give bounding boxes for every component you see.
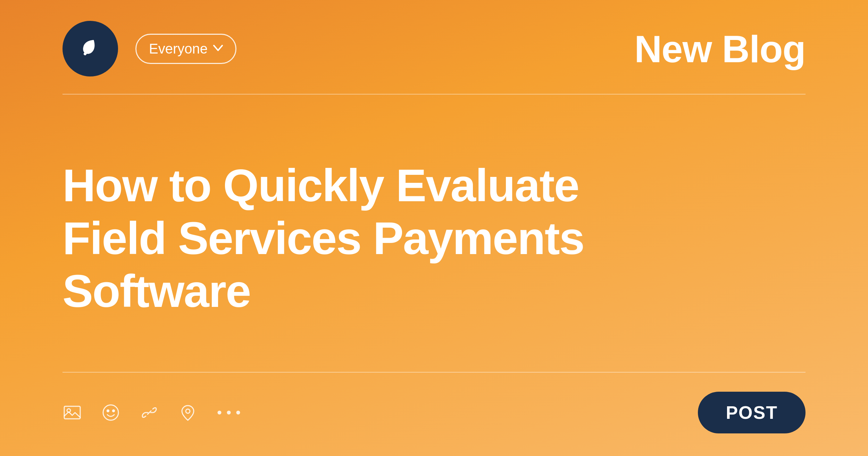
more-icon[interactable] bbox=[217, 409, 241, 416]
post-button[interactable]: POST bbox=[698, 392, 806, 433]
footer-toolbar: POST bbox=[0, 373, 868, 456]
svg-rect-0 bbox=[64, 406, 80, 419]
chevron-down-icon bbox=[213, 44, 223, 54]
location-icon[interactable] bbox=[178, 403, 198, 422]
svg-point-7 bbox=[227, 411, 231, 415]
svg-point-2 bbox=[103, 405, 118, 420]
audience-label: Everyone bbox=[149, 41, 208, 57]
svg-point-5 bbox=[186, 409, 190, 413]
audience-dropdown[interactable]: Everyone bbox=[135, 34, 236, 64]
page-container: Everyone New Blog How to Quickly Evaluat… bbox=[0, 0, 868, 456]
svg-point-3 bbox=[107, 410, 109, 412]
image-icon[interactable] bbox=[62, 403, 82, 422]
main-content: How to Quickly Evaluate Field Services P… bbox=[0, 95, 868, 372]
header-right: New Blog bbox=[634, 27, 806, 71]
logo bbox=[62, 21, 118, 76]
link-icon[interactable] bbox=[140, 403, 159, 422]
new-blog-heading: New Blog bbox=[634, 27, 806, 71]
header: Everyone New Blog bbox=[0, 0, 868, 94]
svg-point-8 bbox=[236, 411, 240, 415]
toolbar-icons bbox=[62, 403, 241, 422]
svg-point-4 bbox=[112, 410, 115, 412]
logo-icon bbox=[75, 31, 106, 66]
header-left: Everyone bbox=[62, 21, 236, 76]
blog-title: How to Quickly Evaluate Field Services P… bbox=[62, 159, 618, 317]
svg-point-6 bbox=[218, 411, 222, 415]
emoji-icon[interactable] bbox=[101, 403, 120, 422]
